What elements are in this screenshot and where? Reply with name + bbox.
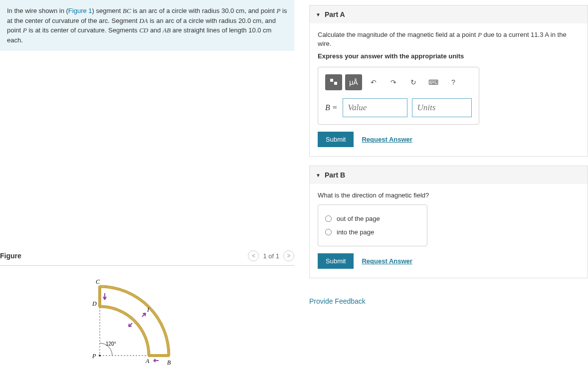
svg-point-11 xyxy=(99,355,101,357)
part-a-title: Part A xyxy=(325,10,345,18)
figure-nav-text: 1 of 1 xyxy=(263,252,279,260)
request-answer-link-b[interactable]: Request Answer xyxy=(362,257,412,265)
svg-rect-13 xyxy=(334,82,337,85)
caret-down-icon: ▼ xyxy=(316,12,321,17)
keyboard-button[interactable]: ⌨ xyxy=(425,74,442,90)
part-a-header[interactable]: ▼ Part A xyxy=(310,5,588,23)
radio-into-label: into the page xyxy=(337,228,374,236)
svg-rect-12 xyxy=(330,79,333,82)
part-a-instruction: Express your answer with the appropriate… xyxy=(318,52,580,60)
figure-nav: < 1 of 1 > xyxy=(248,250,294,261)
radio-out-input[interactable] xyxy=(325,215,332,222)
radio-into-input[interactable] xyxy=(325,229,332,235)
svg-text:A: A xyxy=(145,358,150,365)
problem-statement: In the wire shown in (Figure 1) segment … xyxy=(0,0,294,51)
help-button[interactable]: ? xyxy=(445,74,462,90)
radio-out-label: out of the page xyxy=(337,215,380,222)
units-tool-button[interactable]: μÅ xyxy=(345,74,362,90)
svg-text:C: C xyxy=(96,278,100,285)
problem-prefix: In the wire shown in ( xyxy=(7,7,68,14)
undo-button[interactable]: ↶ xyxy=(365,74,382,90)
submit-button-a[interactable]: Submit xyxy=(318,132,354,147)
request-answer-link-a[interactable]: Request Answer xyxy=(362,136,412,143)
units-input[interactable] xyxy=(412,98,472,117)
redo-button[interactable]: ↷ xyxy=(385,74,402,90)
answer-box-a: μÅ ↶ ↷ ↻ ⌨ ? B = xyxy=(318,67,479,125)
figure-link[interactable]: Figure 1 xyxy=(68,7,92,14)
part-b-header[interactable]: ▼ Part B xyxy=(310,166,588,184)
part-a-block: ▼ Part A Calculate the magnitude of the … xyxy=(309,5,588,157)
svg-text:P: P xyxy=(92,353,96,360)
caret-down-icon: ▼ xyxy=(316,173,321,178)
part-b-question: What is the direction of magnetic field? xyxy=(318,191,580,200)
radio-option-into[interactable]: into the page xyxy=(325,225,420,239)
figure-diagram: C D P A B I 120° xyxy=(0,266,294,375)
svg-text:D: D xyxy=(92,300,97,307)
radio-group-b: out of the page into the page xyxy=(318,204,427,246)
figure-prev-button[interactable]: < xyxy=(248,250,259,261)
part-b-block: ▼ Part B What is the direction of magnet… xyxy=(309,166,588,278)
svg-text:120°: 120° xyxy=(106,341,116,347)
equation-label: B = xyxy=(325,103,338,112)
figure-title: Figure xyxy=(0,252,21,260)
template-tool-button[interactable] xyxy=(325,74,342,90)
submit-button-b[interactable]: Submit xyxy=(318,253,354,269)
part-a-question: Calculate the magnitude of the magnetic … xyxy=(318,30,580,48)
radio-option-out[interactable]: out of the page xyxy=(325,212,420,225)
svg-text:B: B xyxy=(167,359,171,366)
reset-button[interactable]: ↻ xyxy=(405,74,422,90)
provide-feedback-link[interactable]: Provide Feedback xyxy=(309,297,366,305)
part-b-title: Part B xyxy=(325,171,345,179)
value-input[interactable] xyxy=(343,98,407,117)
figure-next-button[interactable]: > xyxy=(283,250,294,261)
